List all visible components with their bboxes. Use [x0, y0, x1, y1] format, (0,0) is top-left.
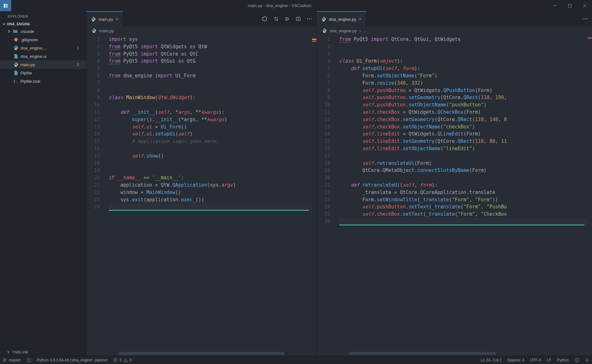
file-icon	[13, 62, 19, 67]
file-item-Pipfile-lock[interactable]: {..}Pipfile.lock	[0, 77, 86, 85]
more-icon[interactable]	[307, 18, 312, 19]
close-icon[interactable]: ×	[359, 17, 361, 22]
chevron-right-icon	[6, 350, 10, 354]
tabbar-right: dna_engine.py ×	[317, 11, 592, 27]
statusbar: master Python 3.8.3 64-bit ('dna_engine'…	[0, 356, 592, 364]
warning-icon	[124, 358, 128, 362]
svg-point-8	[309, 19, 310, 19]
python-icon	[91, 17, 96, 22]
svg-text:{..}: {..}	[13, 79, 19, 83]
svg-point-10	[583, 19, 584, 19]
cursor-position[interactable]: Ln 24, Col 1	[481, 358, 502, 362]
maximize-button[interactable]	[563, 0, 577, 11]
tabbar-left: main.py ×	[86, 11, 316, 27]
python-interpreter[interactable]: Python 3.8.3 64-bit ('dna_engine': pipen…	[37, 358, 108, 362]
run-icon[interactable]	[285, 17, 290, 21]
file-item-dna_engine-ui[interactable]: dna_engine.ui	[0, 52, 86, 60]
svg-point-18	[576, 359, 577, 360]
minimap-left[interactable]	[312, 35, 316, 356]
smiley-icon	[575, 358, 579, 362]
file-icon	[13, 54, 19, 59]
editor-group-right: dna_engine.py × dna_engine.py › ... 1234…	[317, 11, 592, 356]
file-icon	[13, 45, 19, 50]
window-controls	[548, 0, 592, 11]
app-icon	[0, 0, 11, 11]
timeline-section[interactable]: TIMELINE	[0, 348, 86, 356]
bell-icon	[585, 358, 589, 362]
python-icon	[321, 17, 326, 22]
svg-rect-0	[4, 4, 5, 8]
branch-icon	[3, 358, 7, 362]
file-icon: {..}	[13, 79, 19, 84]
breadcrumb-right[interactable]: dna_engine.py › ...	[317, 27, 592, 35]
svg-point-7	[307, 19, 308, 19]
explorer-sidebar: EXPLORER DNA_ENGINE .vscode.gitignoredna…	[0, 11, 86, 356]
file-item-main-py[interactable]: main.py2	[0, 60, 86, 69]
split-icon[interactable]	[296, 17, 300, 21]
file-icon	[13, 70, 19, 75]
code-editor-right[interactable]: 1234567891011121314151617181920212223242…	[317, 35, 592, 356]
file-icon	[13, 37, 19, 42]
file-item--gitignore[interactable]: .gitignore	[0, 35, 86, 44]
explorer-header: EXPLORER	[0, 11, 86, 21]
window-title: main.py - dna_engine - VSCodium	[11, 3, 548, 8]
error-icon	[113, 358, 117, 362]
compare-icon[interactable]	[274, 16, 279, 21]
file-tree: .vscode.gitignoredna_engine....1dna_engi…	[0, 27, 86, 348]
chevron-right-icon	[7, 29, 11, 33]
titlebar: main.py - dna_engine - VSCodium	[0, 0, 592, 11]
minimap-right[interactable]	[588, 35, 592, 356]
scrollbar-h[interactable]	[349, 352, 496, 355]
svg-point-12	[587, 19, 588, 19]
tab-main-py[interactable]: main.py ×	[86, 11, 123, 27]
project-section-header[interactable]: DNA_ENGINE	[0, 21, 86, 27]
breadcrumb-left[interactable]: main.py	[86, 27, 316, 35]
sync-button[interactable]	[27, 358, 31, 362]
svg-rect-1	[6, 4, 8, 8]
editor-actions-right	[578, 11, 592, 27]
svg-point-17	[575, 358, 579, 362]
encoding[interactable]: UTF-8	[530, 358, 541, 362]
svg-point-19	[577, 359, 578, 360]
file-item-Pipfile[interactable]: Pipfile	[0, 69, 86, 77]
svg-point-13	[3, 358, 4, 360]
scrollbar-h[interactable]	[118, 352, 285, 355]
notifications-button[interactable]	[585, 358, 589, 362]
eol[interactable]: LF	[547, 358, 551, 362]
python-icon	[322, 28, 327, 33]
svg-point-14	[3, 361, 4, 362]
svg-point-9	[311, 19, 312, 19]
feedback-button[interactable]	[575, 358, 579, 362]
close-button[interactable]	[577, 0, 592, 11]
editor-group-left: main.py × main.py 1234567891011121314151…	[86, 11, 317, 356]
minimize-button[interactable]	[548, 0, 563, 11]
close-icon[interactable]: ×	[116, 17, 118, 22]
indentation[interactable]: Spaces: 4	[507, 358, 524, 362]
tab-dna-engine-py[interactable]: dna_engine.py ×	[317, 11, 366, 27]
sync-icon	[27, 358, 31, 362]
file-item--vscode[interactable]: .vscode	[0, 27, 86, 35]
file-item-dna_engine-[interactable]: dna_engine....1	[0, 44, 86, 52]
svg-point-11	[585, 19, 586, 19]
more-icon[interactable]	[582, 18, 588, 19]
git-branch[interactable]: master	[3, 358, 21, 362]
tabnine-icon[interactable]	[262, 16, 267, 21]
chevron-down-icon	[2, 22, 6, 26]
svg-point-15	[5, 359, 6, 360]
language-mode[interactable]: Python	[557, 358, 569, 362]
code-editor-left[interactable]: 123456789101112131415161718192021222324 …	[86, 35, 316, 356]
editor-actions-left	[258, 11, 316, 27]
python-icon	[92, 28, 97, 33]
svg-rect-2	[554, 5, 557, 6]
problems-status[interactable]: 3 0	[113, 358, 132, 362]
svg-rect-3	[569, 4, 572, 7]
